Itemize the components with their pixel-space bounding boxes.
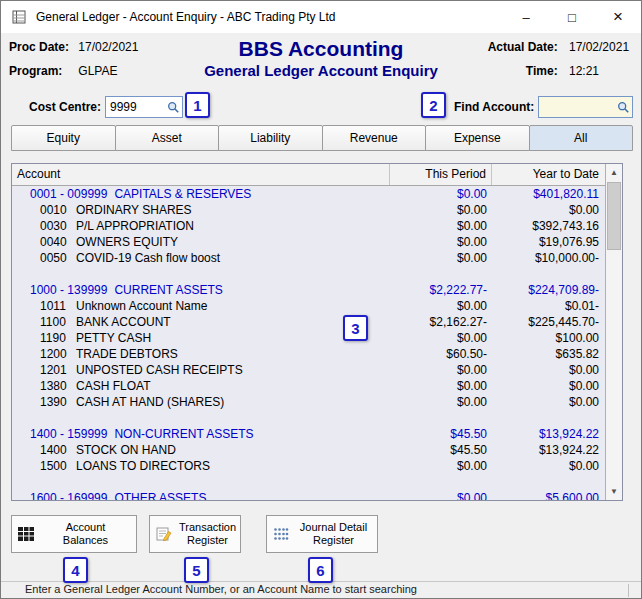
account-row[interactable]: 0050COVID-19 Cash flow boost$0.00$10,000… [12,250,605,266]
grid-icon [18,527,34,541]
dot-grid-icon [273,527,289,541]
resize-grip[interactable] [628,584,629,597]
proc-date-value: 17/02/2021 [78,40,138,54]
account-row[interactable]: 1380CASH FLOAT$0.00$0.00 [12,378,605,394]
spacer-row [12,266,605,282]
window-title: General Ledger - Account Enquiry - ABC T… [36,10,336,24]
transaction-register-label-line2: Register [179,534,236,547]
group-row[interactable]: 1600 - 169999OTHER ASSETS$0.00$5,600.00 [12,490,605,500]
account-row[interactable]: 1190PETTY CASH$0.00$100.00 [12,330,605,346]
callout-1: 1 [185,92,210,118]
app-icon [11,9,27,25]
cost-centre-field[interactable] [105,96,183,118]
tab-liability[interactable]: Liability [218,125,323,151]
header-center: BBS Accounting General Ledger Account En… [204,37,438,80]
maximize-button[interactable]: □ [549,1,595,33]
cost-centre-input[interactable] [106,98,165,116]
group-row[interactable]: 0001 - 009999CAPITALS & RESERVES$0.00$40… [12,186,605,202]
account-row[interactable]: 1011Unknown Account Name$0.00$0.01- [12,298,605,314]
account-balances-button[interactable]: Account Balances [11,515,137,553]
proc-date-label: Proc Date: [9,39,75,55]
callout-5: 5 [184,557,209,583]
time-value: 12:21 [569,63,633,79]
scroll-up-icon[interactable]: ▲ [606,164,622,181]
account-row[interactable]: 1100BANK ACCOUNT$2,162.27-$225,445.70- [12,314,605,330]
account-row[interactable]: 1200TRADE DEBTORS$60.50-$635.82 [12,346,605,362]
account-row[interactable]: 1400STOCK ON HAND$45.50$13,924.22 [12,442,605,458]
transaction-register-label-line1: Transaction [179,521,236,534]
status-text: Enter a General Ledger Account Number, o… [25,583,417,595]
group-row[interactable]: 1400 - 159999NON-CURRENT ASSETS$45.50$13… [12,426,605,442]
account-balances-label-line2: Balances [41,534,130,547]
table-header: Account This Period Year to Date [12,164,605,186]
tab-expense[interactable]: Expense [425,125,530,151]
callout-3: 3 [343,315,368,341]
spacer-row [12,474,605,490]
scrollbar-thumb[interactable] [607,182,621,250]
program-value: GLPAE [78,64,117,78]
app-title: BBS Accounting [204,37,438,61]
tab-all[interactable]: All [529,125,634,151]
app-window: General Ledger - Account Enquiry - ABC T… [0,0,642,599]
find-account-field[interactable] [538,96,633,118]
account-row[interactable]: 1390CASH AT HAND (SHARES)$0.00$0.00 [12,394,605,410]
tab-bar: EquityAssetLiabilityRevenueExpenseAll [11,125,633,151]
journal-detail-register-label-line2: Register [296,534,371,547]
callout-4: 4 [63,557,88,583]
find-account-label: Find Account: [454,100,534,114]
actual-date-value: 17/02/2021 [569,39,633,55]
tab-asset[interactable]: Asset [115,125,220,151]
callout-2: 2 [421,92,446,118]
search-icon[interactable] [615,97,632,117]
column-this-period[interactable]: This Period [390,164,492,185]
account-row[interactable]: 0010ORDINARY SHARES$0.00$0.00 [12,202,605,218]
window-controls: – □ × [503,1,641,33]
group-row[interactable]: 1000 - 139999CURRENT ASSETS$2,222.77-$22… [12,282,605,298]
journal-detail-register-button[interactable]: Journal Detail Register [266,515,378,553]
account-table: Account This Period Year to Date 0001 - … [11,163,623,501]
header-left: Proc Date: 17/02/2021 Program: GLPAE [9,39,138,87]
column-year-to-date[interactable]: Year to Date [492,164,605,185]
time-label: Time: [476,63,558,79]
program-label: Program: [9,63,75,79]
vertical-scrollbar[interactable]: ▲ ▼ [605,164,622,500]
transaction-register-button[interactable]: Transaction Register [149,515,241,553]
titlebar: General Ledger - Account Enquiry - ABC T… [1,1,641,33]
column-account[interactable]: Account [12,164,390,185]
callout-6: 6 [308,557,333,583]
tab-revenue[interactable]: Revenue [322,125,427,151]
account-table-body: 0001 - 009999CAPITALS & RESERVES$0.00$40… [12,186,605,500]
account-row[interactable]: 0030P/L APPROPRIATION$0.00$392,743.16 [12,218,605,234]
tab-equity[interactable]: Equity [11,125,116,151]
minimize-button[interactable]: – [503,1,549,33]
status-bar: Enter a General Ledger Account Number, o… [1,581,641,598]
spacer-row [12,410,605,426]
actual-date-label: Actual Date: [476,39,558,55]
scroll-down-icon[interactable]: ▼ [606,483,622,500]
page-title: General Ledger Account Enquiry [204,61,438,80]
search-icon[interactable] [165,97,182,117]
account-row[interactable]: 1500LOANS TO DIRECTORS$0.00$0.00 [12,458,605,474]
account-row[interactable]: 0040OWNERS EQUITY$0.00$19,076.95 [12,234,605,250]
note-pencil-icon [156,527,172,542]
journal-detail-register-label-line1: Journal Detail [296,521,371,534]
account-row[interactable]: 1201UNPOSTED CASH RECEIPTS$0.00$0.00 [12,362,605,378]
find-account-input[interactable] [539,98,615,116]
account-balances-label-line1: Account [41,521,130,534]
cost-centre-label: Cost Centre: [29,100,101,114]
close-button[interactable]: × [595,1,641,33]
header-right: Actual Date: 17/02/2021 Time: 12:21 [476,39,633,87]
